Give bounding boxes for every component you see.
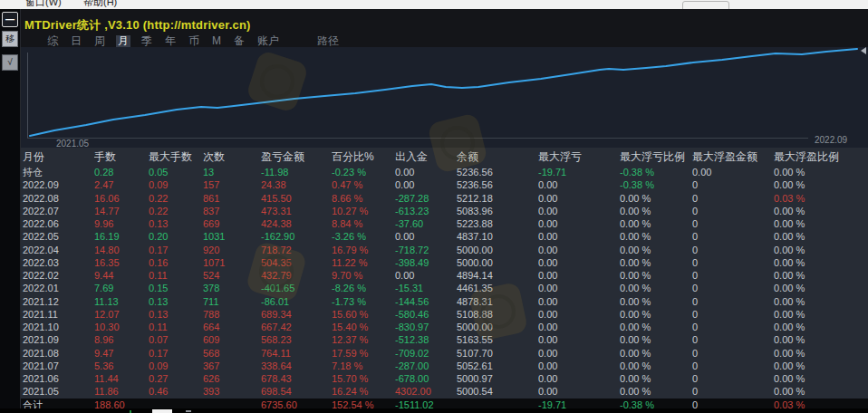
menu-item-help[interactable]: 帮助(H) <box>83 0 117 9</box>
column-header: 最大浮盈金额 <box>692 149 774 165</box>
table-row[interactable]: 2022.069.960.13669424.388.84 %-37.605223… <box>20 217 868 230</box>
cell: 0.09 <box>149 360 203 371</box>
cell: 0 <box>692 296 774 307</box>
cell: 15.60 % <box>332 309 395 320</box>
row-label: 2022.05 <box>23 231 94 242</box>
table-row[interactable]: 2022.0516.190.201031-162.90-3.26 %0.0048… <box>20 230 868 243</box>
table-row[interactable]: 2021.089.470.17568764.1117.59 %-709.0251… <box>20 347 868 360</box>
cell: -401.65 <box>261 283 332 293</box>
cell: 14.77 <box>94 206 149 216</box>
cell: -162.90 <box>261 231 332 242</box>
tab-bar: 综日周月季年币M备账户路径 <box>20 35 868 47</box>
cell: -144.56 <box>395 296 457 307</box>
cell: 0.00 % <box>620 257 692 268</box>
table-row[interactable]: 2021.1112.070.13788689.3415.60 %-580.465… <box>20 308 868 321</box>
tab-周[interactable]: 周 <box>94 35 105 47</box>
table-row[interactable]: 持仓0.280.0513-11.98-0.23 %0.005236.56-19.… <box>20 166 868 178</box>
cell: 788 <box>203 309 261 320</box>
table-row[interactable]: 2021.0611.440.27626678.4315.70 %-678.005… <box>20 372 868 385</box>
cell: 8.96 <box>94 334 149 345</box>
cell: 0.28 <box>94 167 149 178</box>
table-row[interactable]: 2022.0414.800.17920718.7216.79 %-718.725… <box>20 244 868 256</box>
cell: 5000.00 <box>457 322 538 332</box>
tab-季[interactable]: 季 <box>141 35 152 47</box>
cell: 5000.00 <box>457 245 538 255</box>
cell: 5052.61 <box>457 360 538 371</box>
table-row[interactable]: 2021.098.960.07609568.2312.37 %-512.3851… <box>20 333 868 346</box>
row-label: 2022.01 <box>23 283 94 293</box>
tab-日[interactable]: 日 <box>71 35 82 47</box>
menu-item-window[interactable]: 窗口(W) <box>25 0 62 9</box>
cell: 0.00 <box>692 167 774 178</box>
cell: 0.00 % <box>620 309 692 320</box>
table-row[interactable]: 2022.0714.770.22837473.3110.27 %-613.235… <box>20 205 868 217</box>
tab-备[interactable]: 备 <box>234 35 245 47</box>
cell: 0.46 <box>149 386 203 397</box>
tab-综[interactable]: 综 <box>47 35 58 47</box>
table-row[interactable]: 2022.092.470.0915724.380.47 %0.005236.56… <box>20 178 868 191</box>
equity-chart[interactable]: 2021.05 2022.09 <box>20 47 868 148</box>
cell: 669 <box>203 218 261 229</box>
tab-年[interactable]: 年 <box>165 35 176 47</box>
tab-月[interactable]: 月 <box>116 35 130 47</box>
cell: 0.00 % <box>774 245 868 255</box>
table-row[interactable]: 2022.0316.350.161071504.3511.22 %-398.49… <box>20 256 868 269</box>
cell: 0.00 % <box>774 348 868 359</box>
cell: -678.00 <box>395 373 457 384</box>
table-row[interactable]: 2021.1010.300.11664667.4215.40 %-830.975… <box>20 321 868 333</box>
cell: 0.00 % <box>620 360 692 371</box>
cell: 7.69 <box>94 283 149 293</box>
table-row[interactable]: 2022.017.690.15378-401.65-8.26 %-15.3144… <box>20 282 868 294</box>
minimize-button[interactable]: — <box>2 12 18 27</box>
cell: -19.71 <box>538 167 620 178</box>
cell: 0.27 <box>149 373 203 384</box>
cell: 0.00 % <box>774 206 868 216</box>
cell: 0.20 <box>149 231 203 242</box>
row-label: 持仓 <box>23 166 94 179</box>
tab-币[interactable]: 币 <box>188 35 199 47</box>
row-label: 2021.11 <box>23 309 94 320</box>
cell: -580.46 <box>395 309 457 320</box>
cell: 920 <box>203 245 261 255</box>
cell: 5223.88 <box>457 218 538 229</box>
table-row[interactable]: 2022.029.440.11524432.799.70 %0.004894.1… <box>20 269 868 282</box>
table-row[interactable]: 2022.0816.060.22861415.508.66 %-287.2852… <box>20 192 868 205</box>
cell: 5108.88 <box>457 309 538 320</box>
scrollbar-tick <box>186 410 191 412</box>
cell: -0.38 % <box>620 179 692 190</box>
cell: 11.44 <box>94 373 149 384</box>
cell: 9.44 <box>94 270 149 281</box>
column-header: 手数 <box>94 149 149 165</box>
table-row[interactable]: 2021.075.360.09367338.647.18 %-287.00505… <box>20 360 868 372</box>
tab-M[interactable]: M <box>212 35 221 47</box>
cell: 0 <box>692 257 774 268</box>
cell: 424.38 <box>261 218 332 229</box>
top-menu-bar: 窗口(W) 帮助(H) <box>0 0 868 9</box>
move-tool-button[interactable]: 移 <box>2 31 18 47</box>
cell: 5236.56 <box>457 179 538 190</box>
cell: 689.34 <box>261 309 332 320</box>
tab-path[interactable]: 路径 <box>317 35 339 47</box>
cell: -0.23 % <box>332 167 395 178</box>
cell: 8.84 % <box>332 218 395 229</box>
cell: 9.96 <box>94 218 149 229</box>
column-header: 盈亏金额 <box>261 149 332 165</box>
column-header: 余额 <box>457 149 538 165</box>
tab-账户[interactable]: 账户 <box>257 35 279 47</box>
table-row[interactable]: 2021.0511.860.46393698.5416.24 %4302.005… <box>20 385 868 398</box>
cell: 0.00 % <box>774 179 868 190</box>
cell: 0 <box>692 373 774 384</box>
cell: 0.00 <box>538 245 620 255</box>
cell: 5000.54 <box>457 386 538 397</box>
table-row[interactable]: 2021.1211.130.13711-86.01-1.73 %-144.564… <box>20 295 868 308</box>
hscrollbar-thumb[interactable] <box>152 409 172 413</box>
column-header: 最大手数 <box>149 149 203 165</box>
cell: 11.13 <box>94 296 149 307</box>
cell: 0.00 <box>538 348 620 359</box>
cell: 4878.31 <box>457 296 538 307</box>
cell: 0.00 <box>538 231 620 242</box>
equity-curve <box>20 47 868 148</box>
cell: 12.07 <box>94 309 149 320</box>
check-tool-button[interactable]: √ <box>2 54 18 71</box>
cell: 0.00 <box>395 270 457 281</box>
